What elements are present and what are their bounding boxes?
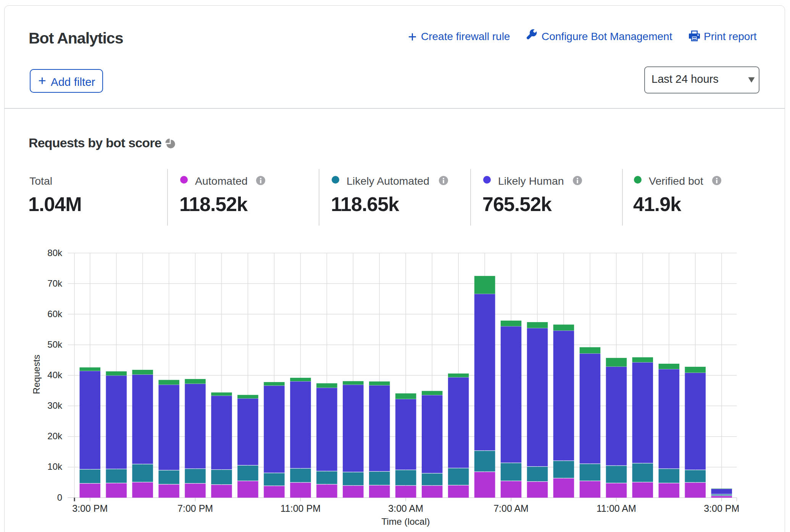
svg-text:Time (local): Time (local) [381, 516, 430, 527]
svg-text:3:00 PM: 3:00 PM [72, 503, 108, 514]
svg-text:50k: 50k [47, 339, 63, 350]
svg-text:40k: 40k [47, 370, 63, 380]
svg-text:7:00 AM: 7:00 AM [493, 503, 529, 514]
svg-text:70k: 70k [47, 278, 63, 289]
svg-text:Requests: Requests [31, 355, 42, 394]
svg-text:11:00 PM: 11:00 PM [281, 503, 321, 514]
svg-text:0: 0 [57, 492, 62, 503]
svg-text:3:00 AM: 3:00 AM [388, 503, 423, 514]
svg-text:20k: 20k [47, 431, 63, 441]
svg-text:30k: 30k [47, 400, 63, 411]
svg-text:10k: 10k [47, 461, 63, 472]
svg-text:11:00 AM: 11:00 AM [597, 503, 636, 514]
svg-text:80k: 80k [47, 248, 63, 258]
svg-text:7:00 PM: 7:00 PM [177, 503, 213, 514]
svg-text:60k: 60k [47, 309, 63, 319]
svg-text:3:00 PM: 3:00 PM [704, 503, 739, 514]
